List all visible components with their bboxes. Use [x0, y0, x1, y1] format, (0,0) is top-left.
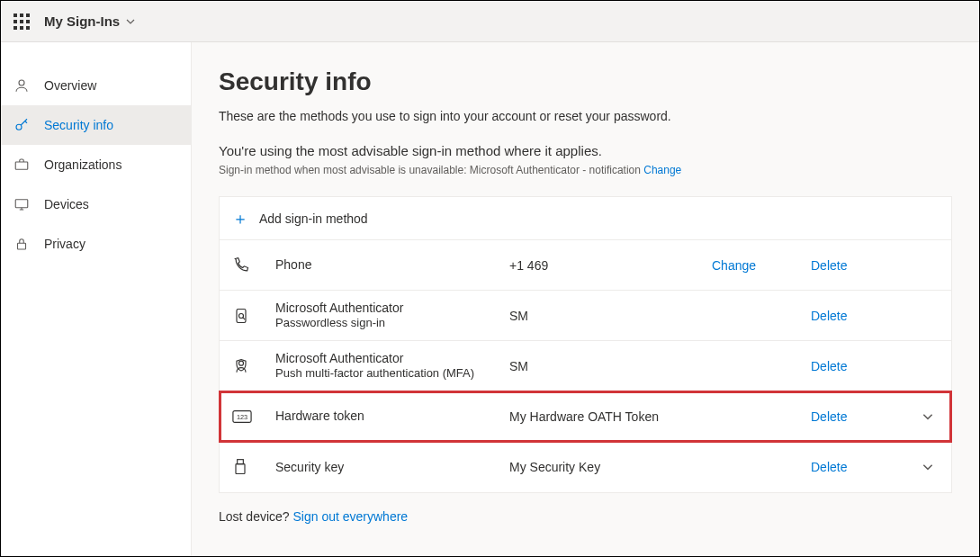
- sidebar: Overview Security info Organizations Dev…: [1, 42, 192, 556]
- expand-toggle[interactable]: [910, 410, 946, 423]
- chevron-down-icon: [922, 461, 934, 473]
- method-name: Hardware token: [275, 409, 364, 423]
- authenticator-icon: [232, 307, 275, 325]
- method-name: Microsoft Authenticator: [275, 300, 509, 316]
- delete-link[interactable]: Delete: [811, 359, 910, 373]
- method-value: My Hardware OATH Token: [509, 409, 712, 424]
- sidebar-item-label: Devices: [44, 197, 89, 211]
- plus-icon: ＋: [232, 208, 248, 229]
- sidebar-item-label: Security info: [44, 118, 113, 132]
- method-name: Phone: [275, 257, 311, 272]
- chevron-down-icon: [922, 410, 934, 423]
- token-icon: 123: [232, 409, 275, 424]
- svg-rect-3: [15, 200, 28, 208]
- key-icon: [13, 117, 35, 133]
- person-icon: [13, 77, 35, 94]
- method-row-authenticator-passwordless: Microsoft Authenticator Passwordless sig…: [220, 291, 951, 341]
- fallback-prefix: Sign-in method when most advisable is un…: [219, 164, 643, 176]
- svg-point-0: [19, 80, 24, 85]
- change-default-link[interactable]: Change: [643, 164, 681, 176]
- phone-icon: [232, 256, 275, 274]
- methods-list: ＋ Add sign-in method Phone +1 469 Change…: [219, 196, 952, 493]
- add-method-button[interactable]: ＋ Add sign-in method: [220, 197, 951, 240]
- expand-toggle[interactable]: [910, 461, 946, 473]
- svg-rect-5: [237, 309, 246, 322]
- method-name: Security key: [275, 460, 344, 474]
- sidebar-item-label: Overview: [44, 78, 96, 93]
- svg-rect-4: [18, 243, 26, 249]
- method-subname: Passwordless sign-in: [275, 316, 509, 331]
- sidebar-item-overview[interactable]: Overview: [1, 66, 191, 105]
- sidebar-item-security-info[interactable]: Security info: [1, 105, 191, 145]
- svg-text:123: 123: [237, 412, 247, 420]
- sidebar-item-label: Organizations: [44, 157, 121, 172]
- method-value: SM: [509, 359, 712, 373]
- delete-link[interactable]: Delete: [811, 460, 910, 474]
- chevron-down-icon: [125, 16, 136, 27]
- authenticator-icon: [232, 357, 275, 375]
- svg-rect-2: [15, 162, 28, 169]
- method-subname: Push multi-factor authentication (MFA): [275, 366, 509, 382]
- delete-link[interactable]: Delete: [811, 309, 910, 323]
- monitor-icon: [13, 196, 35, 212]
- method-row-phone: Phone +1 469 Change Delete: [220, 240, 951, 291]
- sidebar-item-organizations[interactable]: Organizations: [1, 145, 191, 184]
- add-method-label: Add sign-in method: [259, 211, 368, 226]
- lost-device-prefix: Lost device?: [219, 509, 293, 524]
- advisable-text: You're using the most advisable sign-in …: [219, 143, 952, 158]
- sidebar-item-label: Privacy: [44, 237, 85, 251]
- method-row-hardware-token: 123 Hardware token My Hardware OATH Toke…: [220, 391, 951, 442]
- delete-link[interactable]: Delete: [811, 409, 910, 424]
- change-link[interactable]: Change: [712, 258, 811, 273]
- svg-point-7: [239, 361, 244, 365]
- method-row-security-key: Security key My Security Key Delete: [220, 442, 951, 492]
- lock-icon: [13, 236, 35, 252]
- svg-rect-11: [236, 464, 245, 474]
- fallback-line: Sign-in method when most advisable is un…: [219, 164, 952, 176]
- sidebar-item-privacy[interactable]: Privacy: [1, 224, 191, 264]
- main-content: Security info These are the methods you …: [192, 42, 979, 556]
- app-title-dropdown[interactable]: My Sign-Ins: [44, 13, 136, 29]
- method-value: SM: [509, 309, 712, 323]
- method-name: Microsoft Authenticator: [275, 350, 509, 366]
- sign-out-everywhere-link[interactable]: Sign out everywhere: [293, 509, 409, 524]
- briefcase-icon: [13, 157, 35, 173]
- method-value: +1 469: [509, 258, 712, 273]
- delete-link[interactable]: Delete: [811, 258, 910, 273]
- method-row-authenticator-push: Microsoft Authenticator Push multi-facto…: [220, 341, 951, 391]
- app-launcher-icon[interactable]: [13, 13, 30, 30]
- topbar: My Sign-Ins: [1, 1, 979, 42]
- page-title: Security info: [219, 67, 952, 96]
- app-title-label: My Sign-Ins: [44, 13, 120, 29]
- lost-device-line: Lost device? Sign out everywhere: [219, 509, 952, 524]
- svg-rect-10: [238, 460, 244, 464]
- sidebar-item-devices[interactable]: Devices: [1, 184, 191, 224]
- svg-point-1: [16, 124, 22, 130]
- usb-key-icon: [232, 458, 275, 476]
- page-subtitle: These are the methods you use to sign in…: [219, 109, 952, 123]
- method-value: My Security Key: [509, 460, 712, 474]
